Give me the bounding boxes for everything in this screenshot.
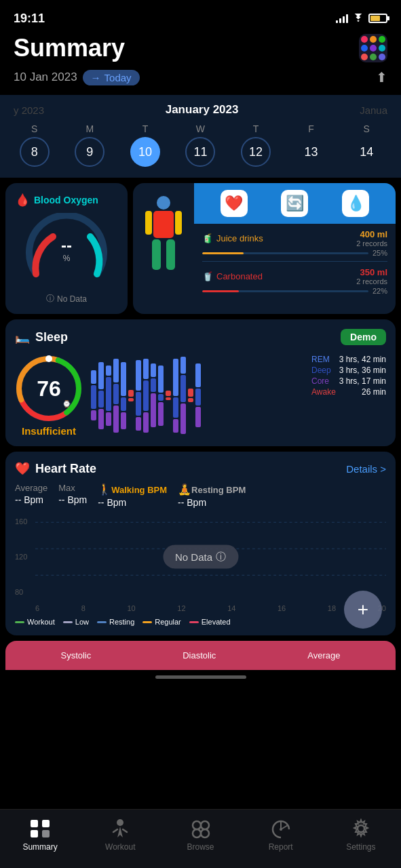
svg-point-21 bbox=[193, 829, 201, 837]
sleep-bar bbox=[158, 366, 164, 393]
legend-label: Elevated bbox=[202, 618, 231, 626]
calendar-day[interactable]: T10 bbox=[121, 123, 169, 167]
heart-x-label: 18 bbox=[328, 604, 336, 612]
nav-label-summary: Summary bbox=[22, 842, 57, 852]
details-link[interactable]: Details > bbox=[346, 463, 386, 475]
app-icon[interactable] bbox=[359, 34, 387, 62]
upload-icon[interactable]: ⬆ bbox=[376, 69, 387, 85]
calendar-day[interactable]: S14 bbox=[343, 123, 390, 167]
heart-rate-widget[interactable]: ❤️ Heart Rate Details > Average-- BpmMax… bbox=[5, 452, 396, 635]
legend-dot bbox=[63, 621, 73, 623]
sleep-bar-group bbox=[195, 355, 201, 436]
calendar-day[interactable]: W11 bbox=[176, 123, 224, 167]
heart-x-labels: 68101214161820 bbox=[15, 601, 386, 618]
sleep-bar-group bbox=[143, 355, 149, 436]
heart-btn[interactable]: ❤️ bbox=[221, 190, 248, 217]
browse-icon bbox=[189, 818, 211, 840]
calendar-month-left: y 2023 bbox=[14, 104, 44, 116]
widget-header: 🩸 Blood Oxygen bbox=[15, 193, 118, 208]
status-icons bbox=[336, 14, 387, 23]
nav-item-browse[interactable]: Browse bbox=[173, 818, 227, 852]
sleep-bar bbox=[136, 360, 141, 391]
day-number: 13 bbox=[297, 137, 326, 167]
blood-oxygen-widget[interactable]: 🩸 Blood Oxygen -- % ⓘ No Data bbox=[5, 183, 128, 314]
heart-x-label: 12 bbox=[177, 604, 185, 612]
sleep-bars bbox=[91, 355, 305, 436]
partial-card[interactable]: SystolicDiastolicAverage bbox=[5, 641, 396, 670]
heart-legend-item: Resting bbox=[97, 618, 134, 626]
nav-item-settings[interactable]: Settings bbox=[334, 818, 388, 852]
sleep-score: 76 bbox=[37, 376, 61, 401]
chart-y-label: 160 bbox=[15, 517, 27, 526]
nutrition-label: 🧃 Juice drinks bbox=[202, 233, 263, 243]
legend-dot bbox=[142, 621, 152, 623]
nav-item-report[interactable]: Report bbox=[254, 818, 308, 852]
day-label: F bbox=[308, 123, 314, 134]
blood-oxygen-gauge: -- % bbox=[15, 213, 118, 288]
sleep-bar bbox=[158, 402, 164, 426]
sleep-legend-item: Core 3 hrs, 17 min bbox=[311, 376, 386, 386]
sleep-bar-group bbox=[128, 355, 134, 436]
wifi-icon bbox=[352, 14, 364, 23]
nutrition-label: 🥤 Carbonated bbox=[202, 271, 263, 281]
bottom-nav: Summary Workout Browse bbox=[0, 809, 401, 868]
report-icon bbox=[270, 818, 292, 840]
nav-item-workout[interactable]: Workout bbox=[93, 818, 147, 852]
sleep-legend-value: 3 hrs, 36 min bbox=[339, 366, 386, 375]
sleep-bar bbox=[98, 409, 104, 429]
sleep-bar bbox=[91, 370, 96, 384]
plus-button[interactable]: + bbox=[344, 591, 382, 629]
heart-rate-header: ❤️ Heart Rate Details > bbox=[15, 461, 386, 476]
calendar-day[interactable]: T12 bbox=[232, 123, 280, 167]
dots-grid bbox=[361, 36, 385, 60]
svg-point-0 bbox=[157, 196, 170, 210]
heart-stat-value: -- Bpm bbox=[98, 497, 167, 508]
nav-label-report: Report bbox=[269, 842, 293, 852]
water-btn[interactable]: 💧 bbox=[342, 190, 369, 217]
calendar-day[interactable]: S8 bbox=[11, 123, 58, 167]
sleep-icon: 🛏️ bbox=[15, 330, 30, 344]
calendar-day[interactable]: F13 bbox=[288, 123, 335, 167]
calendar-day[interactable]: M9 bbox=[66, 123, 113, 167]
sleep-legend-value: 3 hrs, 42 min bbox=[339, 355, 386, 364]
sync-btn[interactable]: 🔄 bbox=[281, 190, 308, 217]
sleep-bar-group bbox=[91, 355, 96, 436]
chart-y-labels: 16012080 bbox=[15, 515, 27, 599]
heart-x-label: 8 bbox=[81, 604, 85, 612]
home-indicator bbox=[155, 675, 246, 679]
day-label: M bbox=[86, 123, 94, 134]
heart-stat-value: -- Bpm bbox=[178, 497, 246, 508]
nutrition-widget[interactable]: ❤️ 🔄 💧 🧃 Juice drinks 400 ml 2 records 2… bbox=[133, 183, 396, 314]
sleep-bar bbox=[113, 384, 119, 404]
battery-icon bbox=[368, 14, 387, 23]
nav-item-summary[interactable]: Summary bbox=[13, 818, 67, 852]
sleep-status: Insufficient bbox=[22, 425, 76, 437]
sleep-bar bbox=[151, 393, 156, 427]
sleep-bar bbox=[173, 419, 178, 433]
blood-oxygen-icon: 🩸 bbox=[15, 193, 30, 208]
today-label: Today bbox=[104, 72, 132, 83]
date-bar: 10 Jan 2023 → Today ⬆ bbox=[0, 69, 401, 95]
workout-icon bbox=[109, 818, 131, 840]
svg-rect-2 bbox=[145, 211, 152, 235]
sleep-bar bbox=[136, 417, 141, 431]
sleep-bar bbox=[180, 375, 186, 402]
sleep-legend-label: Core bbox=[311, 376, 329, 386]
heart-stat-item: 🚶Walking BPM-- Bpm bbox=[98, 483, 167, 508]
heart-x-label: 10 bbox=[127, 604, 135, 612]
nutrition-item: 🥤 Carbonated 350 ml 2 records 22% bbox=[202, 267, 387, 295]
sleep-chart-area: REM 3 hrs, 42 min Deep 3 hrs, 36 min Cor… bbox=[91, 355, 386, 436]
demo-badge[interactable]: Demo bbox=[341, 329, 386, 345]
day-number: 11 bbox=[185, 137, 215, 167]
day-number: 14 bbox=[351, 137, 381, 167]
sleep-bar bbox=[98, 391, 104, 408]
sleep-widget[interactable]: 🛏️ Sleep Demo 76 ⌚ Insufficient bbox=[5, 319, 396, 446]
sleep-bar bbox=[106, 412, 111, 426]
sleep-legend-value: 3 hrs, 17 min bbox=[339, 376, 386, 386]
sleep-score-section: 76 ⌚ Insufficient bbox=[15, 355, 83, 437]
heart-legend-item: Elevated bbox=[189, 618, 231, 626]
nav-label-workout: Workout bbox=[105, 842, 135, 852]
sleep-bar bbox=[143, 359, 149, 379]
sleep-bar-group bbox=[173, 355, 178, 436]
today-badge[interactable]: → Today bbox=[83, 70, 140, 85]
